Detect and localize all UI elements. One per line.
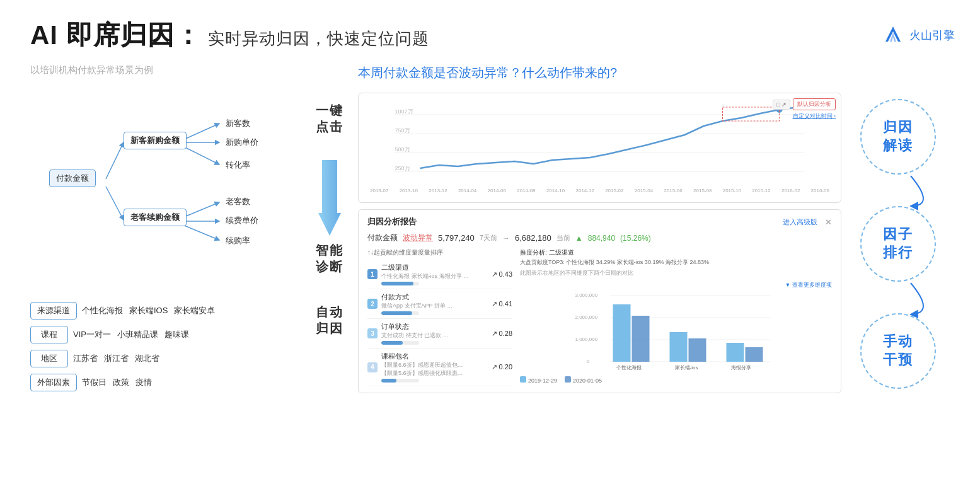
factor-rank-1: 1: [367, 269, 378, 279]
factor-rank-2: 2: [367, 299, 378, 309]
factor-rank-4: 4: [367, 362, 378, 372]
metric-anomaly: 波动异常: [403, 233, 433, 243]
svg-rect-29: [613, 304, 631, 362]
page: AI 即席归因： 实时异动归因，快速定位问题 火山引擎 以培训机构付款异常场景为…: [0, 0, 980, 501]
logo-icon: [882, 24, 904, 47]
attribution-btn[interactable]: 默认归因分析: [793, 98, 836, 110]
tree-mid-top-node: 新客新购金额: [124, 132, 187, 149]
view-more-btn[interactable]: ▼ 查看更多维度项: [785, 281, 832, 289]
svg-text:1007万: 1007万: [395, 108, 413, 115]
svg-text:500万: 500万: [395, 146, 410, 153]
bar-chart-compare-note: 此图表示在地区的不同维度下两个日期的对比: [520, 269, 832, 277]
dim-label-external: 外部因素: [30, 374, 77, 391]
step-label-2: 智能诊断: [316, 242, 343, 275]
svg-line-7: [182, 202, 219, 218]
leaf-new-customers: 新客数: [226, 118, 250, 129]
line-chart-svg: 1007万 750万 500万 250万: [367, 102, 832, 184]
svg-marker-10: [318, 160, 341, 236]
metric-name: 付款金额: [367, 233, 398, 243]
result-circle-factors: 因子排行: [860, 206, 936, 282]
leaf-old-customers: 老客数: [226, 196, 250, 207]
factor-info-1: 二级渠道 个性化海报 家长端-ios 海报分享 …: [381, 263, 488, 285]
middle-panel: 一键点击 智能诊断 自动归因: [301, 64, 358, 337]
dim-row-source: 来源渠道 个性化海报 家长端IOS 家长端安卓: [30, 302, 301, 320]
process-arrow: [311, 160, 349, 236]
svg-rect-34: [746, 347, 763, 362]
svg-text:0: 0: [587, 359, 590, 364]
bar-chart-area: 推度分析: 二级渠道 大盘贡献度TOP3: 个性化海报 34.29% 家长端-i…: [520, 248, 832, 386]
dim-label-source: 来源渠道: [30, 302, 77, 320]
left-subtitle: 以培训机构付款异常场景为例: [30, 64, 301, 76]
result-circle-attribution: 归因解读: [860, 99, 936, 175]
dim-label-course: 课程: [30, 326, 68, 343]
svg-line-6: [182, 146, 219, 164]
metric-from-period: 7天前: [480, 233, 497, 243]
content: 以培训机构付款异常场景为例: [30, 64, 955, 427]
report-title: 归因分析报告: [367, 216, 417, 227]
factor-list-title: ↑↓起贡献的维度量度量排序: [367, 248, 512, 257]
line-chart-box: □ ↗ 默认归因分析 自定义对比时间 › 1007万 750万 500万: [358, 93, 841, 203]
bar-chart-top3: 大盘贡献度TOP3: 个性化海报 34.29% 家长端-ios 30.19% 海…: [520, 258, 832, 267]
result-circles: 归因解读 因子排行 手动干预: [848, 99, 948, 427]
right-panel: 归因解读 因子排行 手动干预: [841, 64, 955, 427]
custom-compare-btn[interactable]: 自定义对比时间 ›: [793, 112, 836, 120]
svg-rect-30: [632, 316, 650, 362]
svg-rect-31: [670, 332, 688, 362]
chart-btn-1[interactable]: □ ↗: [773, 100, 790, 110]
page-title-sub: 实时异动归因，快速定位问题: [208, 28, 429, 50]
metric-change-pct: (15.26%): [620, 234, 651, 243]
page-title-main: AI 即席归因：: [30, 18, 202, 53]
factor-item-2: 2 付款方式 微信App 支付宝APP 拼单 … ↗ 0.41: [367, 289, 512, 319]
dim-values-external: 节假日 政策 疫情: [82, 377, 152, 388]
factor-item-1: 1 二级渠道 个性化海报 家长端-ios 海报分享 … ↗ 0.43: [367, 260, 512, 289]
leaf-conversion: 转化率: [226, 159, 250, 171]
factor-info-4: 课程包名 【限量6.6折】感恩迎班超值包…【限量5.6折】感恩强化班限惠…: [381, 352, 488, 383]
question-text: 本周付款金额是否波动异常？什么动作带来的?: [358, 64, 841, 81]
dim-row-external: 外部因素 节假日 政策 疫情: [30, 374, 301, 391]
result-circle-manual: 手动干预: [860, 313, 936, 389]
logo-text: 火山引擎: [909, 28, 955, 43]
bar-legend: 2019-12-29 2020-01-05: [520, 376, 832, 384]
leaf-renew-price: 续费单价: [226, 215, 258, 226]
svg-text:海报分享: 海报分享: [731, 365, 751, 371]
metric-from-value: 5,797,240: [438, 233, 475, 243]
factor-item-3: 3 订单状态 支付成功 待支付 已退款 … ↗ 0.28: [367, 319, 512, 348]
chart-panel: 本周付款金额是否波动异常？什么动作带来的? □ ↗ 默认归因分析 自定义对比时间…: [358, 64, 841, 393]
x-labels: 2013-072013-102013-122014-042014-062014-…: [367, 188, 832, 193]
tree-root-node: 付款金额: [49, 170, 96, 187]
svg-text:2,000,000: 2,000,000: [575, 314, 598, 320]
report-close-btn[interactable]: ✕: [825, 217, 832, 227]
report-body: ↑↓起贡献的维度量度量排序 1 二级渠道 个性化海报 家长端-ios 海报分享 …: [367, 248, 832, 386]
header: AI 即席归因： 实时异动归因，快速定位问题 火山引擎: [30, 18, 955, 53]
dim-label-region: 地区: [30, 350, 68, 367]
leaf-new-price: 新购单价: [226, 137, 258, 148]
dim-row-region: 地区 江苏省 浙江省 湖北省: [30, 350, 301, 367]
step-label-1: 一键点击: [316, 102, 343, 135]
svg-text:家长端-ios: 家长端-ios: [675, 365, 698, 371]
factor-item-4: 4 课程包名 【限量6.6折】感恩迎班超值包…【限量5.6折】感恩强化班限惠… …: [367, 348, 512, 386]
metric-change-icon: ▲: [575, 234, 583, 243]
dim-values-region: 江苏省 浙江省 湖北省: [73, 353, 159, 364]
factor-info-3: 订单状态 支付成功 待支付 已退款 …: [381, 322, 488, 345]
header-title: AI 即席归因： 实时异动归因，快速定位问题: [30, 18, 429, 53]
svg-text:1,000,000: 1,000,000: [575, 337, 598, 342]
report-metric: 付款金额 波动异常 5,797,240 7天前 → 6,682,180 当前 ▲…: [367, 233, 832, 243]
tree-section: 付款金额 新客新购金额 老客续购金额 新客数 新购单价 转化率 老客数 续费单价…: [30, 89, 301, 284]
svg-rect-32: [689, 338, 706, 362]
factor-info-2: 付款方式 微信App 支付宝APP 拼单 …: [381, 292, 488, 315]
svg-line-9: [182, 224, 219, 240]
svg-text:个性化海报: 个性化海报: [616, 365, 642, 371]
report-advanced-link[interactable]: 进入高级版: [783, 217, 817, 227]
svg-text:3,000,000: 3,000,000: [575, 292, 598, 298]
dimension-tags: 来源渠道 个性化海报 家长端IOS 家长端安卓 课程 VIP一对一 小班精品课 …: [30, 302, 301, 391]
bar-chart-svg: 3,000,000 2,000,000 1,000,000 0: [520, 289, 832, 371]
dim-row-course: 课程 VIP一对一 小班精品课 趣味课: [30, 326, 301, 343]
logo: 火山引擎: [882, 24, 955, 47]
factor-rank-3: 3: [367, 328, 378, 338]
chart-top-buttons: □ ↗ 默认归因分析 自定义对比时间 ›: [773, 98, 836, 120]
metric-to-value: 6,682,180: [515, 233, 551, 243]
metric-change-value: 884,940: [588, 234, 615, 243]
leaf-renew-rate: 续购率: [226, 235, 250, 246]
svg-line-2: [106, 142, 124, 179]
step-label-3: 自动归因: [316, 304, 343, 337]
